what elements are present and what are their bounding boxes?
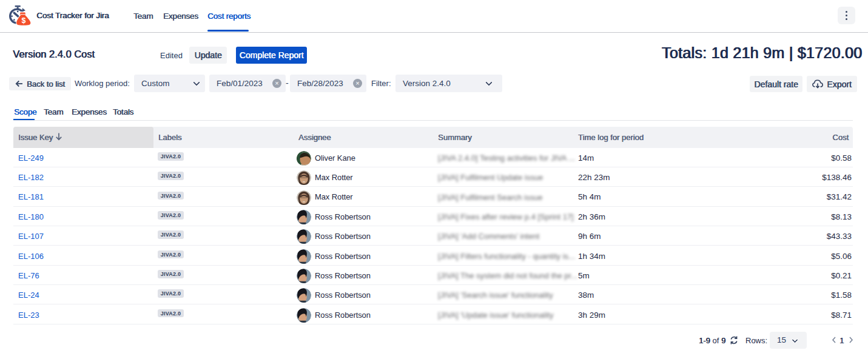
svg-text:$: $	[21, 16, 25, 25]
